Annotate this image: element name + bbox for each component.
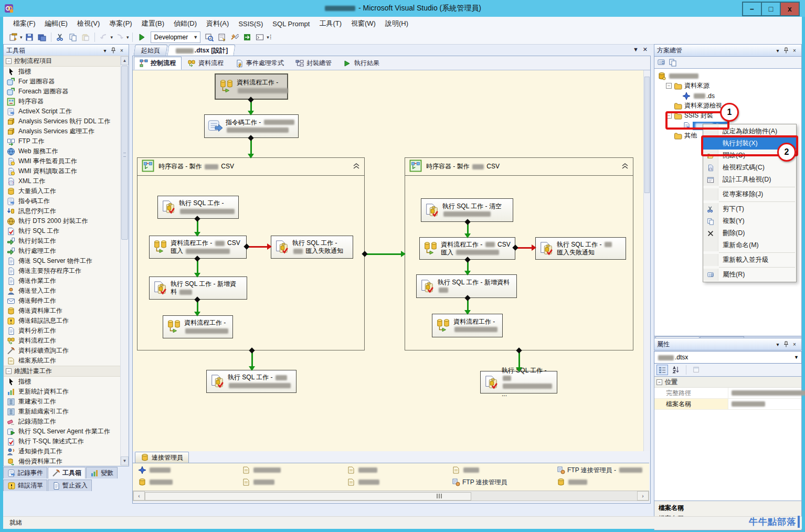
save-all-button[interactable] [36,32,48,42]
redo-caret-icon[interactable]: ▾ [126,35,129,40]
context-menu-item[interactable]: 剪下(T) [703,203,796,215]
context-menu-item[interactable]: 從專案移除(J) [703,188,796,200]
connection-manager-item[interactable] [557,477,643,487]
bottom-tool-tab[interactable]: 變數 [86,467,118,478]
tree-item[interactable] [654,71,801,81]
toolbox-item[interactable]: 傳送作業工作 [4,276,120,286]
property-value[interactable] [728,388,805,398]
menu-item[interactable]: 資料(A) [202,17,234,30]
menu-item[interactable]: SQL Prompt [268,18,314,29]
toolbox-item[interactable]: 重建索引工作 [4,397,120,407]
task-node[interactable]: 執行 SQL 工作 - [206,370,296,393]
toolbox-item[interactable]: 更新統計資料工作 [4,387,120,397]
toolbox-item[interactable]: Analysis Services 處理工作 [4,126,120,136]
se-pin-icon[interactable] [782,47,790,55]
minimize-button[interactable]: – [742,2,762,16]
undo-button[interactable] [98,32,110,42]
toolbox-item[interactable]: 訊息佇列工作 [4,206,120,216]
toolbox-item[interactable]: XML 工作 [4,176,120,186]
configuration-combo[interactable]: Developmer▼ [151,31,201,43]
menu-item[interactable]: 建置(B) [137,17,169,30]
show-all-files-icon[interactable] [669,58,677,67]
menu-item[interactable]: 工具(T) [314,17,346,30]
precedence-arrow[interactable] [247,246,267,248]
toolbox-item[interactable]: 大量插入工作 [4,186,120,196]
toolbar-overflow-icon[interactable]: ⸽ [270,35,271,40]
task-node[interactable]: 執行 SQL 工作 - 新增資料 [149,276,247,300]
bottom-tool-tab[interactable]: 暫止簽入 [48,480,92,491]
toolbox-item[interactable]: 資料採礦查詢工作 [4,346,120,356]
connection-manager-item[interactable] [242,477,282,487]
scroll-down-icon[interactable]: ▼ [121,456,129,465]
toolbox-menu-icon[interactable]: ▾ [101,47,109,55]
doc-close-icon[interactable]: ✕ [643,46,648,53]
task-node[interactable]: 執行 SQL 工作 - 清空 [421,198,513,222]
expand-icon[interactable]: – [666,83,672,89]
redo-button[interactable] [114,32,125,42]
props-pin-icon[interactable] [782,341,790,348]
bottom-tool-tab[interactable]: 記錄事件 [3,467,47,478]
connection-manager-item[interactable] [138,477,174,487]
toolbox-item[interactable]: For 迴圈容器 [4,77,120,87]
toolbox-group-header[interactable]: –控制流程項目 [4,56,129,67]
undo-caret-icon[interactable]: ▾ [111,35,113,40]
toolbox-icon[interactable] [229,32,240,42]
toolbox-item[interactable]: 執行封裝工作 [4,236,120,246]
scroll-left-icon[interactable]: ‹ [133,491,145,501]
menu-item[interactable]: 偵錯(D) [169,17,202,30]
toolbox-item[interactable]: WMI 資料讀取器工作 [4,166,120,176]
property-row[interactable]: 檔案名稱 [654,399,801,410]
control-flow-canvas[interactable]: 時序容器 - 製作 CSV時序容器 - 製作 CSV資料流程工作 -指令碼工作 … [133,70,649,451]
sequence-container-header[interactable]: 時序容器 - 製作 CSV [137,158,364,176]
start-debug-button[interactable] [136,32,147,42]
property-category[interactable]: – 位置 [654,377,801,388]
designer-tab-item[interactable]: 封裝總管 [290,57,337,70]
precedence-arrow[interactable] [365,253,401,255]
import-export-icon[interactable] [241,32,253,42]
property-pages-icon[interactable] [691,365,702,375]
toolbox-close-icon[interactable]: × [118,47,126,55]
save-button[interactable] [24,32,35,42]
paste-button[interactable] [80,32,91,42]
precedence-arrow[interactable] [251,350,253,366]
scrollbar-thumb[interactable] [145,492,471,501]
designer-tab-item[interactable]: 資料流程 [182,57,229,70]
toolbox-item[interactable]: 執行 DTS 2000 封裝工作 [4,216,120,226]
toolbox-item[interactable]: 時序容器 [4,97,120,107]
precedence-arrow[interactable] [467,222,469,233]
toolbox-item[interactable]: 傳送主要預存程序工作 [4,266,120,276]
properties-window-icon[interactable] [216,32,228,42]
scrollbar-thumb[interactable] [121,66,128,240]
new-item-button[interactable] [7,32,19,42]
toolbox-item[interactable]: 指標 [4,377,120,387]
connection-manager-item[interactable]: FTP 連接管理員 [452,477,507,487]
designer-tab-active[interactable]: 控制流程 [134,57,182,70]
toolbar-caret-icon[interactable]: ▾ [267,35,269,40]
se-menu-icon[interactable]: ▾ [774,47,782,55]
context-menu-item[interactable]: 設計工具檢視(D) [703,174,796,186]
sequence-container-header[interactable]: 時序容器 - 製作 CSV [405,158,633,176]
toolbox-item[interactable]: 傳送資料庫工作 [4,306,120,316]
connection-manager-item[interactable] [347,477,380,487]
toolbox-item[interactable]: Web 服務工作 [4,146,120,156]
toolbox-item[interactable]: 備份資料庫工作 [4,456,120,466]
precedence-arrow[interactable] [250,138,252,154]
toolbox-scrollbar[interactable]: ▲ ▼ [120,56,129,465]
toolbox-group-header[interactable]: –維護計畫工作 [4,366,129,377]
context-menu-item[interactable]: 屬性(R) [703,269,796,281]
menu-item[interactable]: 編輯(E) [40,17,72,30]
toolbox-item[interactable]: Analysis Services 執行 DDL 工作 [4,116,120,126]
toolbox-item[interactable]: 指標 [4,67,120,77]
cut-button[interactable] [55,32,66,42]
toolbox-item[interactable]: 資料流程工作 [4,336,120,346]
context-menu-item[interactable]: 檢視程式碼(C) [703,162,796,174]
collapse-chevron-icon[interactable] [621,162,629,171]
toolbox-item[interactable]: WMI 事件監看員工作 [4,156,120,166]
task-node[interactable]: 執行 SQL 工作 - ... [480,371,557,393]
menu-item[interactable]: 說明(H) [380,17,413,30]
toolbox-item[interactable]: 傳送登入工作 [4,286,120,296]
document-tab[interactable]: .dtsx [設計] [167,45,236,56]
task-node[interactable]: 資料流程工作 - [215,73,288,100]
precedence-arrow[interactable] [197,219,198,232]
connection-manager-item[interactable]: FTP 連接管理員 - [557,465,643,475]
